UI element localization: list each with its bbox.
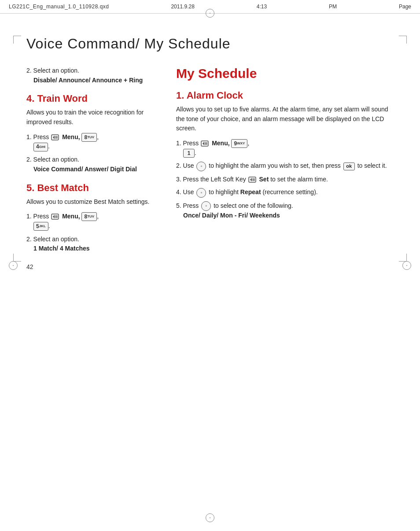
section4-step1: 1. Press Menu, 8TUV, 4G [26, 133, 158, 151]
intro-step-2: 2. Select an option. Disable/ Announce/ … [26, 66, 158, 85]
soft-key-icon-5 [51, 213, 59, 221]
section1-key2: 1 [183, 149, 195, 158]
section4-step2-options: Voice Command/ Answer/ Digit Dial [33, 166, 137, 173]
nav-key-step4: ◦ [196, 188, 206, 198]
section5-key2: 5JKL [33, 222, 48, 231]
section1-alarm-clock: 1. Alarm Clock Allows you to set up to f… [176, 90, 394, 221]
section4-step1-menu: Menu, [62, 133, 80, 140]
section4-heading: 4. Train Word [26, 93, 158, 104]
section5-heading: 5. Best Match [26, 182, 158, 194]
section1-step1: 1. Press Menu, 9WXY, 1 [176, 139, 394, 158]
corner-mark-br [399, 254, 407, 262]
section5-step1-menu: Menu, [62, 213, 80, 220]
section4-key1: 8TUV [81, 133, 97, 142]
section1-step4: 4. Use ◦ to highlight Repeat (recurrence… [176, 188, 394, 197]
section1-step2-text: 2. Use [176, 162, 194, 169]
section4-description: Allows you to train the voice recognitio… [26, 108, 158, 127]
registration-mark-bottom [206, 513, 214, 522]
section1-step5-nav: to select one of the following. [214, 202, 293, 209]
section1-step4-nav: to highlight [209, 188, 240, 195]
section1-step2-end: to select it. [357, 162, 387, 169]
header-time: 4:13 [257, 4, 267, 10]
section1-key1: 9WXY [231, 139, 247, 148]
section1-step1-text: 1. Press [176, 140, 199, 147]
left-column: 2. Select an option. Disable/ Announce/ … [26, 66, 158, 262]
soft-key-icon-alarm [200, 140, 209, 148]
header-page-label: Page [399, 4, 411, 10]
section1-step5-text: 5. Press [176, 202, 200, 209]
header-filename: LG221C_Eng_manual_1.0_110928.qxd [9, 4, 109, 10]
section1-step3-set: Set [259, 176, 269, 183]
right-column: My Schedule 1. Alarm Clock Allows you to… [176, 66, 394, 262]
section1-step3-text: 3. Press the Left Soft Key [176, 176, 248, 183]
section1-step4-end: (recurrence setting). [262, 188, 317, 195]
section5: 5. Best Match Allows you to customize Be… [26, 182, 158, 254]
header-period: PM [329, 4, 337, 10]
intro-step-options: Disable/ Announce/ Announce + Ring [33, 77, 143, 84]
section5-key1: 8TUV [81, 212, 97, 221]
section1-step2-desc: to highlight the alarm you wish to set, … [209, 162, 343, 169]
intro-step-label: 2. Select an option. [26, 67, 79, 74]
page-number: 42 [26, 263, 33, 270]
soft-key-icon-4 [51, 133, 59, 141]
section5-step2-text: 2. Select an option. [26, 236, 79, 243]
section1-step4-text: 4. Use [176, 188, 195, 195]
section1-step5: 5. Press ◦ to select one of the followin… [176, 201, 394, 221]
nav-key-step2: ◦ [196, 162, 206, 171]
section1-step1-menu: Menu, [212, 140, 229, 147]
ok-key-step2: ok [343, 162, 355, 170]
section1-step4-bold: Repeat [240, 188, 261, 195]
section5-step2-options: 1 Match/ 4 Matches [33, 245, 90, 252]
section1-step5-options: Once/ Daily/ Mon - Fri/ Weekends [183, 212, 280, 219]
header-date: 2011.9.28 [171, 4, 194, 10]
section1-description: Allows you to set up to five alarms. At … [176, 105, 394, 133]
page-wrapper: Voice Command/ My Schedule 2. Select an … [0, 14, 420, 288]
my-schedule-heading: My Schedule [176, 66, 394, 81]
section4-key2: 4GHI [33, 143, 48, 151]
page-title: Voice Command/ My Schedule [26, 36, 394, 52]
section1-step3: 3. Press the Left Soft Key Set to set th… [176, 175, 394, 184]
soft-key-icon-step3 [248, 176, 257, 184]
corner-mark-bl [13, 254, 21, 262]
section5-step2: 2. Select an option. 1 Match/ 4 Matches [26, 235, 158, 254]
section1-step2: 2. Use ◦ to highlight the alarm you wish… [176, 161, 394, 171]
section1-heading: 1. Alarm Clock [176, 90, 394, 101]
section4-step2-text: 2. Select an option. [26, 156, 79, 163]
corner-mark-tl [13, 36, 21, 44]
section4-step1-text: 1. Press [26, 133, 49, 140]
nav-key-step5: ◦ [201, 201, 211, 211]
section5-step1-text: 1. Press [26, 213, 49, 220]
section4: 4. Train Word Allows you to train the vo… [26, 93, 158, 174]
two-column-layout: 2. Select an option. Disable/ Announce/ … [26, 66, 394, 262]
section5-description: Allows you to customize Best Match setti… [26, 197, 158, 207]
section5-step1: 1. Press Menu, 8TUV, 5J [26, 212, 158, 231]
corner-mark-tr [399, 36, 407, 44]
section1-step3-end: to set the alarm time. [270, 176, 328, 183]
my-schedule-section: My Schedule [176, 66, 394, 81]
section4-step2: 2. Select an option. Voice Command/ Answ… [26, 155, 158, 174]
